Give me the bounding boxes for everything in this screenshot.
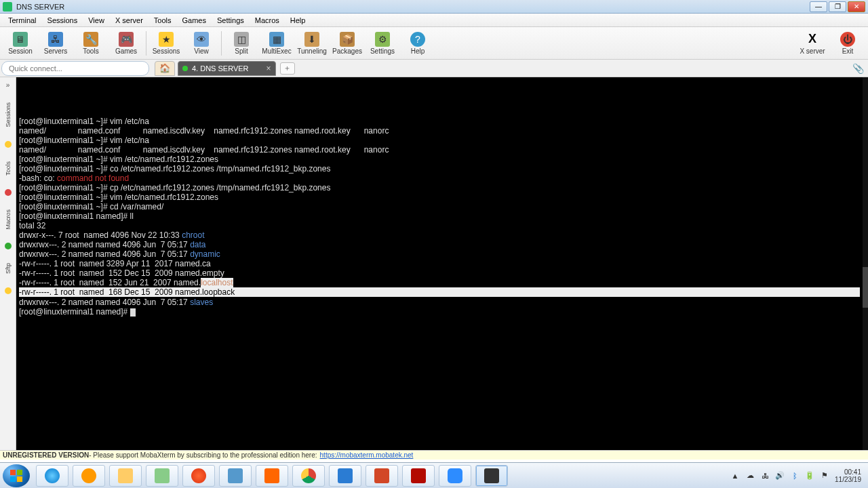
pdf-icon xyxy=(411,468,426,483)
grid-icon: ▦ xyxy=(269,32,284,47)
side-pin-icon[interactable] xyxy=(5,141,12,148)
tb-xserver[interactable]: XX server xyxy=(795,28,830,58)
tb-games[interactable]: 🎮Games xyxy=(108,28,144,58)
quick-row: 🏠 4. DNS SERVER × ＋ 📎 xyxy=(0,60,868,77)
terminal-line: named/ named.conf named.iscdlv.key named… xyxy=(19,126,865,136)
task-pdf[interactable] xyxy=(402,465,435,487)
svg-rect-1 xyxy=(17,470,22,475)
task-ie[interactable] xyxy=(36,465,68,487)
home-tab[interactable]: 🏠 xyxy=(155,61,175,76)
windows-icon xyxy=(9,469,23,483)
tray-cloud-icon[interactable]: ☁ xyxy=(745,471,755,481)
tb-servers[interactable]: 🖧Servers xyxy=(38,28,73,58)
task-word[interactable] xyxy=(329,465,361,487)
tab-close-button[interactable]: × xyxy=(267,64,271,73)
menu-sessions[interactable]: Sessions xyxy=(42,16,83,24)
terminal-line: [root@linuxterminal1 named]# xyxy=(19,307,865,317)
menu-view[interactable]: View xyxy=(83,16,110,24)
tb-tunneling-label: Tunneling xyxy=(297,47,327,55)
star-icon: ★ xyxy=(159,32,174,47)
status-link[interactable]: https://mobaxterm.mobatek.net xyxy=(320,451,414,459)
menu-tools[interactable]: Tools xyxy=(149,16,177,24)
terminal-line: -rw-r-----. 1 root named 3289 Apr 11 201… xyxy=(19,259,865,268)
tray-date: 11/23/19 xyxy=(835,476,861,483)
side-sessions[interactable]: Sessions xyxy=(3,101,13,129)
toolbar-separator xyxy=(221,31,222,56)
ppt-icon xyxy=(374,468,389,483)
minimize-button[interactable]: — xyxy=(810,1,827,12)
tb-multiexec[interactable]: ▦MultiExec xyxy=(259,28,294,58)
tunnel-icon: ⬇ xyxy=(304,32,319,47)
menu-help[interactable]: Help xyxy=(285,16,311,24)
task-ppt[interactable] xyxy=(366,465,398,487)
new-tab-button[interactable]: ＋ xyxy=(280,62,295,75)
attachment-icon[interactable]: 📎 xyxy=(852,63,864,74)
toolbar-separator xyxy=(146,31,146,56)
svg-rect-3 xyxy=(17,476,22,482)
tb-tools[interactable]: 🔧Tools xyxy=(73,28,108,58)
session-tab-label: 4. DNS SERVER xyxy=(192,64,249,73)
toolbar: 🖥Session 🖧Servers 🔧Tools 🎮Games ★Session… xyxy=(0,27,868,60)
tb-multiexec-label: MultiExec xyxy=(262,47,291,55)
quick-connect-input[interactable] xyxy=(1,61,149,76)
task-mobaxterm[interactable] xyxy=(475,465,508,487)
tb-split[interactable]: ◫Split xyxy=(224,28,259,58)
sidebar-expand-button[interactable]: » xyxy=(6,81,10,89)
side-sftp[interactable]: Sftp xyxy=(3,262,13,275)
side-pin-icon[interactable] xyxy=(5,287,12,294)
tb-split-label: Split xyxy=(235,47,248,55)
app1-icon xyxy=(228,468,243,483)
maximize-button[interactable]: ❐ xyxy=(829,1,846,12)
task-chrome[interactable] xyxy=(292,465,325,487)
svg-rect-0 xyxy=(10,470,16,475)
side-pin-icon[interactable] xyxy=(5,189,12,196)
home-icon: 🏠 xyxy=(159,63,170,73)
tb-help[interactable]: ?Help xyxy=(400,28,435,58)
menu-games[interactable]: Games xyxy=(177,16,212,24)
tb-tools-label: Tools xyxy=(83,47,98,55)
task-vlc[interactable] xyxy=(256,465,288,487)
side-tools[interactable]: Tools xyxy=(3,160,13,177)
start-button[interactable] xyxy=(3,464,30,487)
tb-settings[interactable]: ⚙Settings xyxy=(365,28,400,58)
tray-network-icon[interactable]: 🖧 xyxy=(760,471,770,481)
menu-terminal[interactable]: Terminal xyxy=(3,16,42,24)
scrollbar-thumb[interactable] xyxy=(863,267,868,308)
word-icon xyxy=(338,468,353,483)
tb-sessions[interactable]: ★Sessions xyxy=(149,28,184,58)
status-message: - Please support MobaXterm by subscribin… xyxy=(89,451,317,459)
gamepad-icon: 🎮 xyxy=(119,32,134,47)
tb-tunneling[interactable]: ⬇Tunneling xyxy=(294,28,330,58)
tray-show-hidden[interactable]: ▲ xyxy=(730,471,740,481)
scrollbar-track[interactable] xyxy=(863,77,868,450)
task-app1[interactable] xyxy=(219,465,252,487)
menu-settings[interactable]: Settings xyxy=(212,16,250,24)
menu-xserver[interactable]: X server xyxy=(110,16,149,24)
media-icon xyxy=(81,468,96,483)
ie-icon xyxy=(45,468,60,483)
terminal[interactable]: [root@linuxterminal1 ~]# vim /etc/naname… xyxy=(16,77,868,450)
tray-bluetooth-icon[interactable]: ᛒ xyxy=(790,471,800,481)
tray-battery-icon[interactable]: 🔋 xyxy=(805,471,814,481)
chrome-icon xyxy=(301,468,316,483)
tray-flag-icon[interactable]: ⚑ xyxy=(820,471,829,481)
tray-volume-icon[interactable]: 🔊 xyxy=(775,471,785,481)
terminal-line: [root@linuxterminal1 named]# ll xyxy=(19,211,865,221)
task-explorer[interactable] xyxy=(109,465,142,487)
task-firefox[interactable] xyxy=(182,465,215,487)
menu-macros[interactable]: Macros xyxy=(250,16,285,24)
tb-packages[interactable]: 📦Packages xyxy=(330,28,365,58)
close-button[interactable]: ✕ xyxy=(848,1,865,12)
tray-clock[interactable]: 00:41 11/23/19 xyxy=(835,468,861,483)
task-media[interactable] xyxy=(73,465,105,487)
tb-exit[interactable]: ⏻Exit xyxy=(830,28,865,58)
side-macros[interactable]: Macros xyxy=(3,208,13,231)
tb-packages-label: Packages xyxy=(332,47,362,55)
tb-help-label: Help xyxy=(411,47,425,55)
task-npp[interactable] xyxy=(146,465,178,487)
tb-view[interactable]: 👁View xyxy=(184,28,219,58)
task-zoom[interactable] xyxy=(439,465,471,487)
side-pin-icon[interactable] xyxy=(5,243,12,249)
tb-session[interactable]: 🖥Session xyxy=(3,28,38,58)
session-tab[interactable]: 4. DNS SERVER × xyxy=(178,61,276,76)
